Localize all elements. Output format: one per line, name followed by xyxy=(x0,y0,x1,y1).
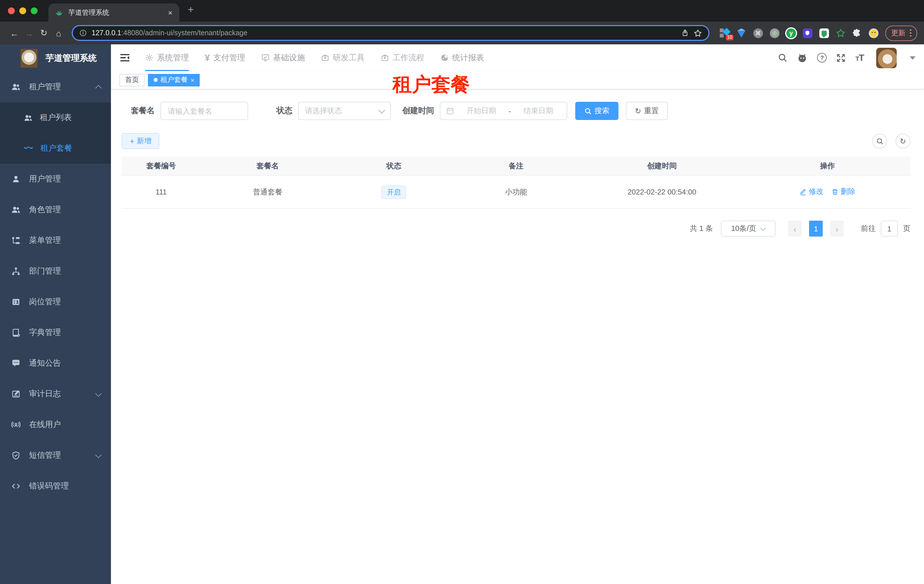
sidebar-item-tenant-package[interactable]: 租户套餐 xyxy=(0,133,111,164)
sidebar-item-dict-management[interactable]: 字典管理 xyxy=(0,317,111,348)
sidebar-item-user-management[interactable]: 用户管理 xyxy=(0,164,111,194)
page-size-select[interactable]: 10条/页 xyxy=(721,220,776,237)
window-close-button[interactable] xyxy=(8,7,15,14)
sidebar-item-post-management[interactable]: 岗位管理 xyxy=(0,286,111,317)
back-icon[interactable]: ← xyxy=(7,28,21,38)
forward-icon[interactable]: → xyxy=(21,28,36,38)
window-minimize-button[interactable] xyxy=(19,7,26,14)
nav-label: 工作流程 xyxy=(393,53,424,63)
y-glyph: y xyxy=(786,28,796,38)
tag-tenant-package[interactable]: 租户套餐 × xyxy=(148,74,200,86)
users-icon xyxy=(12,205,20,214)
extension-record-icon[interactable] xyxy=(769,28,780,38)
glasses-icon xyxy=(24,144,33,153)
badge-icon xyxy=(12,298,20,306)
page-size-value: 10条/页 xyxy=(731,224,756,234)
cell-status: 开启 xyxy=(335,185,453,199)
help-icon[interactable]: ? xyxy=(817,53,827,63)
extensions-puzzle-icon[interactable] xyxy=(852,28,862,38)
users-icon xyxy=(12,82,20,92)
tag-home[interactable]: 首页 xyxy=(119,74,145,86)
shield-glyph xyxy=(805,30,810,36)
edit-link[interactable]: 修改 xyxy=(800,187,823,197)
search-icon[interactable] xyxy=(778,53,788,63)
extension-command-icon[interactable]: ⌘ xyxy=(753,28,763,38)
reload-icon[interactable]: ↻ xyxy=(36,28,51,38)
online-signal-icon xyxy=(12,420,20,429)
extension-y-icon[interactable]: y xyxy=(786,28,796,38)
extension-shield-icon[interactable] xyxy=(802,28,813,38)
end-date-placeholder[interactable]: 结束日期 xyxy=(515,106,561,116)
tags-view-bar: 首页 租户套餐 × xyxy=(111,71,924,89)
refresh-table-button[interactable]: ↻ xyxy=(896,133,910,148)
font-size-icon[interactable]: TT xyxy=(855,53,864,63)
nav-item-workflow[interactable]: 工作流程 xyxy=(381,44,424,71)
prev-page-button[interactable]: ‹ xyxy=(788,220,802,237)
sidebar-item-sms-management[interactable]: 短信管理 xyxy=(0,440,111,471)
app-logo[interactable]: 芋道管理系统 xyxy=(0,44,111,72)
home-icon[interactable]: ⌂ xyxy=(51,28,66,38)
nav-item-system[interactable]: 系统管理 xyxy=(145,44,189,71)
github-icon[interactable] xyxy=(797,53,808,63)
share-icon[interactable] xyxy=(681,29,689,37)
sidebar-item-tenant-management[interactable]: 租户管理 xyxy=(0,72,111,102)
extension-emoji-icon[interactable] xyxy=(868,28,879,38)
nav-item-infrastructure[interactable]: 基础设施 xyxy=(261,44,305,71)
name-filter-input[interactable] xyxy=(160,102,248,120)
cell-created-at: 2022-02-22 00:54:00 xyxy=(579,188,745,196)
green-star xyxy=(836,28,845,38)
sidebar-item-department-management[interactable]: 部门管理 xyxy=(0,256,111,286)
extension-tabs-icon[interactable]: 10 xyxy=(720,28,730,38)
tag-close-icon[interactable]: × xyxy=(191,76,194,83)
total-count: 共 1 条 xyxy=(690,224,713,234)
next-page-button[interactable]: › xyxy=(830,220,844,237)
update-button[interactable]: 更新 xyxy=(886,25,917,41)
emoji-circle xyxy=(869,28,878,38)
site-info-icon[interactable] xyxy=(79,29,87,37)
url-bar[interactable]: 127.0.0.1:48080/admin-ui/system/tenant/p… xyxy=(72,25,710,41)
browser-menu-icon[interactable] xyxy=(910,29,911,37)
nav-item-payment[interactable]: ¥ 支付管理 xyxy=(205,44,245,71)
pie-chart-icon xyxy=(441,53,449,62)
shield-check-icon xyxy=(12,451,20,460)
current-page-button[interactable]: 1 xyxy=(809,220,823,237)
extension-chat-icon[interactable] xyxy=(819,28,829,38)
sidebar-item-notice[interactable]: 通知公告 xyxy=(0,348,111,379)
chevron-up-icon xyxy=(95,85,102,92)
sidebar-item-error-code[interactable]: 错误码管理 xyxy=(0,471,111,502)
bookmark-star-icon[interactable] xyxy=(694,29,702,37)
window-controls xyxy=(8,7,38,14)
sidebar-item-role-management[interactable]: 角色管理 xyxy=(0,194,111,225)
extension-gem-icon[interactable] xyxy=(736,28,747,38)
search-button[interactable]: 搜索 xyxy=(575,102,619,120)
add-button[interactable]: + 新增 xyxy=(122,133,159,149)
sidebar-collapse-icon[interactable] xyxy=(119,52,130,63)
fullscreen-icon[interactable] xyxy=(837,53,846,62)
page-unit-label: 页 xyxy=(903,224,910,234)
show-search-button[interactable] xyxy=(872,133,887,148)
sidebar-item-audit-log[interactable]: 审计日志 xyxy=(0,379,111,410)
sidebar-item-tenant-list[interactable]: 租户列表 xyxy=(0,102,111,133)
user-icon xyxy=(12,174,20,184)
delete-link[interactable]: 删除 xyxy=(832,187,855,197)
date-range-picker[interactable]: 开始日期 - 结束日期 xyxy=(440,102,567,120)
reset-button[interactable]: ↻ 重置 xyxy=(626,102,668,120)
browser-tab[interactable]: 芋道管理系统 × xyxy=(48,3,179,21)
new-tab-button[interactable]: + xyxy=(188,4,194,16)
goto-page-input[interactable] xyxy=(881,220,898,237)
sidebar-item-label: 菜单管理 xyxy=(29,235,101,246)
user-avatar[interactable] xyxy=(876,48,897,68)
sidebar-item-menu-management[interactable]: 菜单管理 xyxy=(0,225,111,256)
nav-label: 系统管理 xyxy=(157,53,189,63)
extension-star-icon[interactable] xyxy=(835,28,846,38)
status-filter-select[interactable]: 请选择状态 xyxy=(298,102,391,120)
tab-close-icon[interactable]: × xyxy=(168,8,172,17)
nav-item-reports[interactable]: 统计报表 xyxy=(441,44,484,71)
row-operations: 修改 删除 xyxy=(800,187,855,197)
sidebar-item-online-users[interactable]: 在线用户 xyxy=(0,410,111,440)
start-date-placeholder[interactable]: 开始日期 xyxy=(459,106,504,116)
avatar-caret-icon[interactable] xyxy=(910,56,916,59)
window-zoom-button[interactable] xyxy=(31,7,38,14)
record-circle xyxy=(770,28,779,38)
nav-item-dev-tools[interactable]: 研发工具 xyxy=(321,44,365,71)
